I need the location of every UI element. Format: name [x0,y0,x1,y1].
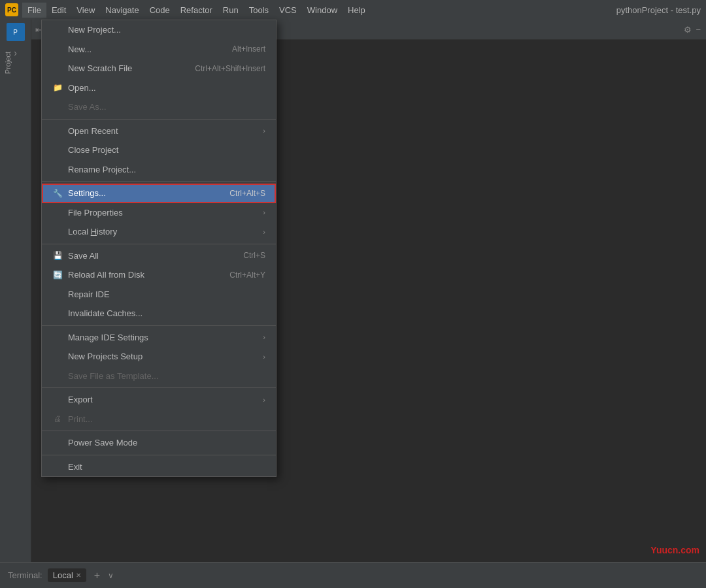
window-title: pythonProject - test.py [616,5,701,15]
separator-2 [42,181,276,182]
menu-file[interactable]: File [22,3,46,18]
open-recent-arrow: › [263,125,265,137]
menu-item-new-project[interactable]: New Project... [42,20,276,40]
separator-4 [42,325,276,326]
menu-item-local-history[interactable]: Local History › [42,222,276,242]
menu-vcs[interactable]: VCS [274,3,302,18]
menu-item-power-save-mode[interactable]: Power Save Mode [42,433,276,453]
save-all-icon: 💾 [52,250,63,261]
app-logo: PC [5,3,18,16]
watermark: Yuucn.com [650,545,699,555]
menu-item-save-as: Save As... [42,97,276,117]
menu-item-print: 🖨 Print... [42,410,276,429]
menu-item-new[interactable]: New... Alt+Insert [42,40,276,59]
separator-3 [42,244,276,244]
menu-item-invalidate-caches[interactable]: Invalidate Caches... [42,304,276,323]
menu-item-open-recent[interactable]: Open Recent › [42,122,276,141]
menu-item-repair-ide[interactable]: Repair IDE [42,285,276,304]
minimize-icon[interactable]: − [696,25,701,35]
terminal-chevron-icon[interactable]: ∨ [108,571,114,580]
menu-item-open[interactable]: 📁 Open... [42,78,276,98]
menu-item-save-file-template: Save File as Template... [42,367,276,386]
separator-1 [42,119,276,120]
file-properties-arrow: › [263,207,265,218]
toolbar-right: ⚙ − [679,20,706,39]
reload-icon: 🔄 [52,269,63,281]
settings-gear-icon[interactable]: ⚙ [684,25,692,35]
menu-tools[interactable]: Tools [244,3,274,18]
settings-wrench-icon: 🔧 [52,188,63,199]
menu-view[interactable]: View [71,3,100,18]
terminal-label: Terminal: [8,570,42,580]
new-projects-setup-arrow: › [263,351,265,363]
menu-item-reload-disk[interactable]: 🔄 Reload All from Disk Ctrl+Alt+Y [42,265,276,285]
file-dropdown-menu: New Project... New... Alt+Insert New Scr… [41,20,277,477]
local-history-arrow: › [263,227,265,238]
sidebar-label: Project [4,37,12,89]
terminal-add-button[interactable]: + [92,568,103,583]
menu-window[interactable]: Window [302,3,343,18]
menu-run[interactable]: Run [218,3,244,18]
menu-item-new-projects-setup[interactable]: New Projects Setup › [42,347,276,367]
menu-item-manage-ide-settings[interactable]: Manage IDE Settings › [42,328,276,348]
print-icon: 🖨 [52,413,63,425]
open-folder-icon: 📁 [52,82,63,93]
separator-7 [42,455,276,455]
menu-help[interactable]: Help [343,3,371,18]
terminal-tab-label: Local [53,570,73,580]
menu-code[interactable]: Code [144,3,175,18]
terminal-tab-local[interactable]: Local ✕ [48,568,86,582]
menu-item-save-all[interactable]: 💾 Save All Ctrl+S [42,246,276,266]
menu-refactor[interactable]: Refactor [175,3,218,18]
terminal-tab-close[interactable]: ✕ [76,572,81,579]
menu-item-settings[interactable]: 🔧 Settings... Ctrl+Alt+S [42,184,276,203]
sidebar: P › Project [0,20,31,562]
manage-ide-arrow: › [263,332,265,343]
menu-item-file-properties[interactable]: File Properties › [42,203,276,223]
menu-item-new-scratch-file[interactable]: New Scratch File Ctrl+Alt+Shift+Insert [42,59,276,78]
menu-item-export[interactable]: Export › [42,390,276,410]
terminal-bar: Terminal: Local ✕ + ∨ [0,562,706,588]
menu-bar: File Edit View Navigate Code Refactor Ru… [22,3,371,18]
separator-6 [42,431,276,431]
export-arrow: › [263,395,265,406]
menu-item-exit[interactable]: Exit [42,457,276,477]
menu-navigate[interactable]: Navigate [100,3,144,18]
menu-edit[interactable]: Edit [46,3,71,18]
menu-item-close-project[interactable]: Close Project [42,140,276,160]
separator-5 [42,387,276,388]
menu-item-rename-project[interactable]: Rename Project... [42,160,276,180]
titlebar: PC File Edit View Navigate Code Refactor… [0,0,706,20]
